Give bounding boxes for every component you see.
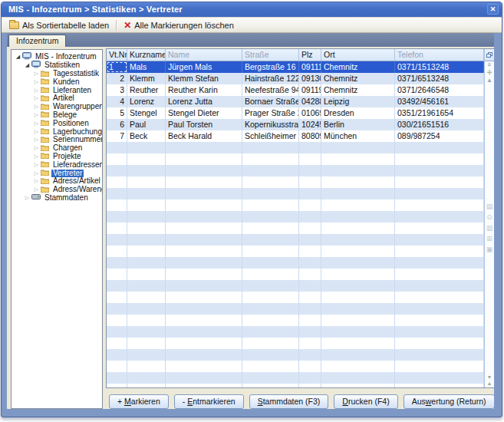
tree-item-chargen[interactable]: ▷Chargen (12, 144, 102, 153)
scroll-up-icon[interactable]: ▲ (486, 77, 492, 84)
cell (395, 303, 484, 315)
tree-item-projekte[interactable]: ▷Projekte (12, 153, 102, 161)
cell (321, 153, 395, 165)
cell: 0351/21961654 (395, 107, 484, 119)
column-header-kurzname[interactable]: Kurzname (127, 49, 166, 61)
tree-item-adress-warengruppen[interactable]: ▷Adress/Warengruppen (12, 186, 102, 194)
cell (395, 188, 484, 199)
cell (395, 223, 484, 234)
tree-item-positionen[interactable]: ▷Positionen (12, 119, 102, 127)
cascade-windows-icon[interactable] (485, 49, 494, 61)
cell (242, 269, 299, 280)
collapsed-arrow-icon[interactable]: ▷ (33, 177, 40, 185)
drucken-button[interactable]: Drucken (F4) (334, 394, 397, 409)
tree-item-lieferadressen[interactable]: ▷Lieferadressen (12, 160, 102, 169)
column-header-ort[interactable]: Ort (321, 49, 395, 61)
cell (321, 246, 395, 257)
search-icon[interactable]: ⊙ (486, 213, 492, 221)
stammdaten-button[interactable]: Stammdaten (F3) (249, 394, 329, 409)
collapsed-arrow-icon[interactable]: ▷ (33, 128, 40, 136)
table-row[interactable]: 5StengelStengel DieterPrager Straße 2120… (107, 107, 484, 119)
collapsed-arrow-icon[interactable]: ▷ (33, 170, 40, 177)
cell: Lorenz (127, 96, 166, 107)
collapsed-arrow-icon[interactable]: ▷ (33, 94, 40, 102)
cell: Beck (127, 130, 166, 142)
tree-item-statistiken[interactable]: ◢Statistiken (12, 61, 102, 70)
scroll-down-icon[interactable]: ▼ (487, 374, 492, 380)
close-icon[interactable]: ✕ (487, 4, 499, 15)
tree-item-mis-infozentrum[interactable]: ◢MIS - Infozentrum (12, 53, 102, 61)
cell (321, 199, 395, 211)
collapsed-arrow-icon[interactable]: ▷ (33, 120, 40, 127)
navigate-plus-icon[interactable]: ✢ (487, 69, 492, 77)
tree-item-stammdaten[interactable]: ▷Stammdaten (12, 194, 102, 203)
columns-icon[interactable]: ▤ (486, 203, 493, 210)
cell (321, 338, 395, 349)
tree-item-kunden[interactable]: ▷Kunden (12, 77, 102, 86)
tree-item-lagerbuchungen[interactable]: ▷Lagerbuchungen (12, 127, 102, 136)
markieren-button[interactable]: + Markieren (109, 394, 169, 409)
cell (166, 257, 242, 269)
cell (299, 165, 321, 176)
folder-icon (41, 127, 49, 136)
collapsed-arrow-icon[interactable]: ▷ (33, 111, 40, 119)
menu-lines-icon[interactable]: ≡ (488, 61, 492, 69)
collapsed-arrow-icon[interactable]: ▷ (33, 186, 40, 193)
cell (107, 349, 127, 361)
column-header-name[interactable]: Name (166, 49, 242, 61)
tab-infozentrum[interactable]: Infozentrum (8, 35, 66, 47)
expanded-arrow-icon[interactable]: ◢ (15, 53, 21, 61)
tree-item-artikel[interactable]: ▷Artikel (12, 94, 102, 103)
cell (127, 326, 166, 338)
collapsed-arrow-icon[interactable]: ▷ (33, 144, 40, 152)
toolbar-button[interactable]: Als Sortiertabelle laden (5, 18, 114, 31)
tree-item-seriennummern[interactable]: ▷Seriennummern (12, 136, 102, 144)
toolbar-button[interactable]: ✕Alle Markierungen löschen (119, 18, 239, 31)
tree-item-warengruppen[interactable]: ▷Warengruppen (12, 103, 102, 111)
collapsed-arrow-icon[interactable]: ▷ (33, 153, 40, 160)
column-header-stra-e[interactable]: Straße (242, 49, 299, 61)
entmarkieren-button[interactable]: - Entmarkieren (174, 394, 244, 409)
collapsed-arrow-icon[interactable]: ▷ (24, 194, 31, 202)
tree-item-label: Vertreter (51, 170, 84, 177)
cell (395, 176, 484, 188)
table-row[interactable]: 6PaulPaul TorstenKopernikusstraße 471024… (107, 119, 484, 130)
cell (395, 211, 484, 223)
table-row[interactable]: 7BeckBeck HaraldSchleißheimer Straße 378… (107, 130, 484, 142)
tree-item-belege[interactable]: ▷Belege (12, 111, 102, 120)
table-row[interactable]: 4LorenzLorenz JuttaBornaer Straße 940428… (107, 96, 484, 107)
cell (395, 326, 484, 338)
tree-item-label: MIS - Infozentrum (34, 53, 97, 61)
cell (107, 269, 127, 280)
table-row[interactable]: 2KlemmKlemm StefanHainstraße 12209130Che… (107, 73, 484, 84)
cell (395, 142, 484, 153)
column-header-vt-nr[interactable]: Vt.Nr▼ (107, 49, 127, 61)
collapsed-arrow-icon[interactable]: ▷ (33, 136, 40, 143)
table-row[interactable]: 3ReutherReuther KarinNeefestraße 9409119… (107, 84, 484, 96)
cell: Mals (127, 61, 166, 73)
tree-item-vertreter[interactable]: ▷Vertreter (12, 169, 102, 177)
cell: Lorenz Jutta (166, 96, 242, 107)
expanded-arrow-icon[interactable]: ◢ (24, 61, 31, 69)
table-row[interactable]: 1MalsJürgen MalsBergstraße 1609111Chemni… (107, 61, 484, 73)
layout-icon[interactable]: ▥ (486, 224, 493, 232)
cell (321, 165, 395, 176)
collapsed-arrow-icon[interactable]: ▷ (33, 70, 40, 77)
screen: MIS - Infozentrum > Statistiken > Vertre… (0, 0, 504, 422)
scroll-end-icon[interactable]: ▲ (487, 381, 492, 386)
collapsed-arrow-icon[interactable]: ▷ (33, 161, 40, 169)
cell (242, 199, 299, 211)
column-header-telefon[interactable]: Telefon (395, 49, 484, 61)
tree-item-lieferanten[interactable]: ▷Lieferanten (12, 86, 102, 94)
collapsed-arrow-icon[interactable]: ▷ (33, 87, 40, 94)
window-icon[interactable]: ▣ (486, 246, 493, 253)
auswertung-button[interactable]: Auswertung (Return) (404, 394, 494, 409)
tree-item-tagesstatistik[interactable]: ▷Tagesstatistik (12, 70, 102, 78)
cell (395, 280, 484, 292)
collapsed-arrow-icon[interactable]: ▷ (33, 78, 40, 86)
column-header-plz[interactable]: Plz (299, 49, 321, 61)
collapsed-arrow-icon[interactable]: ▷ (33, 103, 40, 110)
grid-icon[interactable]: ⊞ (486, 235, 492, 242)
tree-item-adress-artikel[interactable]: ▷Adress/Artikel (12, 177, 102, 186)
cell (299, 280, 321, 292)
